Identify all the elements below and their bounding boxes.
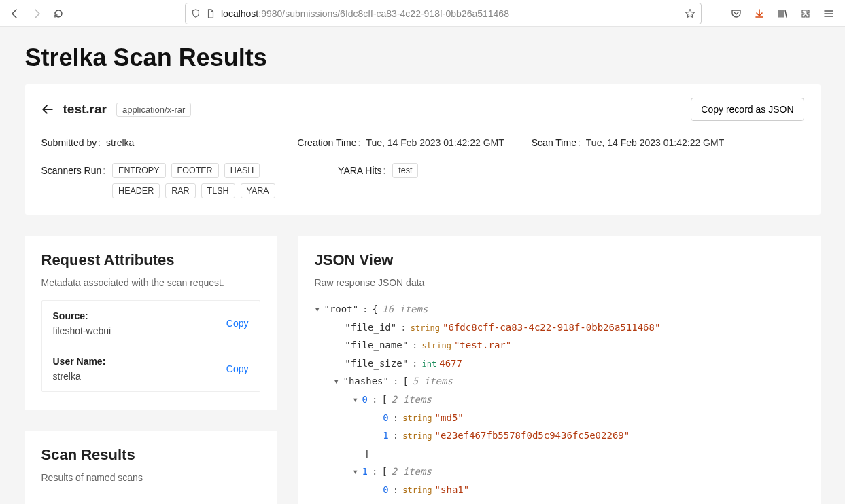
yara-hit-tag: test xyxy=(392,163,418,178)
creation-time-label: Creation Time xyxy=(297,137,360,148)
attribute-key: Source: xyxy=(53,310,111,321)
json-root[interactable]: ▾"root":{16 items xyxy=(315,300,804,319)
attribute-key: User Name: xyxy=(53,356,106,367)
scan-results-panel: Scan Results Results of named scans xyxy=(25,431,277,504)
reload-button[interactable] xyxy=(52,7,65,20)
scanner-tag: YARA xyxy=(241,183,275,198)
json-hash-1-0: 0:string"sha1" xyxy=(315,481,804,499)
copy-link[interactable]: Copy xyxy=(226,318,249,329)
mime-tag: application/x-rar xyxy=(116,103,192,117)
caret-down-icon[interactable]: ▾ xyxy=(353,463,360,481)
shield-icon xyxy=(191,9,201,18)
scanner-tag: HEADER xyxy=(112,183,160,198)
scanner-tag: ENTROPY xyxy=(112,163,165,178)
back-button[interactable] xyxy=(8,7,22,20)
attribute-value: strelka xyxy=(53,371,106,382)
json-view-panel: JSON View Raw response JSON data ▾"root"… xyxy=(298,236,821,504)
yara-hits-list: test xyxy=(392,163,418,178)
bookmark-star-icon[interactable] xyxy=(685,8,695,19)
json-hash-0-0: 0:string"md5" xyxy=(315,409,804,427)
json-file-name: "file_name":string"test.rar" xyxy=(315,336,804,355)
pocket-icon[interactable] xyxy=(731,8,742,19)
scan-time-label: Scan Time xyxy=(532,137,581,148)
caret-down-icon[interactable]: ▾ xyxy=(353,391,360,409)
attribute-value: fileshot-webui xyxy=(53,325,111,336)
json-hash-0-1: 1:string"e23ef467fb5578f0d5c9436fc5e0226… xyxy=(315,427,804,445)
json-hashes[interactable]: ▾"hashes":[5 items xyxy=(315,372,804,391)
yara-hits-label: YARA Hits xyxy=(338,163,385,176)
file-name: test.rar xyxy=(63,102,107,117)
creation-time-value: Tue, 14 Feb 2023 01:42:22 GMT xyxy=(366,137,504,148)
url-host: localhost xyxy=(221,8,258,19)
json-hash-1[interactable]: ▾1:[2 items xyxy=(315,463,804,481)
request-attributes-heading: Request Attributes xyxy=(41,251,260,269)
page-title: Strelka Scan Results xyxy=(25,27,821,84)
toolbar-right xyxy=(731,8,840,19)
page-icon xyxy=(206,9,215,18)
submitted-by-value: strelka xyxy=(106,137,134,148)
scan-results-heading: Scan Results xyxy=(41,446,260,464)
scan-results-subtitle: Results of named scans xyxy=(41,472,260,483)
nav-buttons xyxy=(5,7,68,20)
attribute-row: User Name:strelkaCopy xyxy=(42,346,260,391)
scanner-tag: FOOTER xyxy=(171,163,219,178)
scanner-tag: RAR xyxy=(165,183,195,198)
attribute-row: Source:fileshot-webuiCopy xyxy=(42,301,260,346)
menu-icon[interactable] xyxy=(823,8,834,19)
url-bar[interactable]: localhost:9980/submissions/6fdc8cff-ca83… xyxy=(185,3,702,24)
submitted-by-label: Submitted by xyxy=(41,137,101,148)
json-view-subtitle: Raw response JSON data xyxy=(315,277,804,288)
back-arrow-icon[interactable] xyxy=(41,103,54,115)
scan-time-field: Scan Time Tue, 14 Feb 2023 01:42:22 GMT xyxy=(532,137,724,148)
copy-record-button[interactable]: Copy record as JSON xyxy=(691,98,804,121)
json-file-size: "file_size":int4677 xyxy=(315,355,804,373)
caret-down-icon[interactable]: ▾ xyxy=(334,372,341,391)
creation-time-field: Creation Time Tue, 14 Feb 2023 01:42:22 … xyxy=(297,137,504,148)
download-icon[interactable] xyxy=(754,8,765,19)
url-rest: :9980/submissions/6fdc8cff-ca83-4c22-918… xyxy=(258,8,509,19)
scanners-list: ENTROPYFOOTERHASHHEADERRARTLSHYARA xyxy=(112,163,289,198)
json-hash-0-close: ] xyxy=(315,445,804,463)
forward-button[interactable] xyxy=(30,7,44,20)
json-file-id: "file_id":string"6fdc8cff-ca83-4c22-918f… xyxy=(315,319,804,337)
caret-down-icon[interactable]: ▾ xyxy=(315,300,322,319)
request-attributes-subtitle: Metadata associated with the scan reques… xyxy=(41,277,260,288)
scanner-tag: HASH xyxy=(224,163,260,178)
copy-link[interactable]: Copy xyxy=(226,363,249,374)
submitted-by-field: Submitted by strelka xyxy=(41,137,135,148)
page: Strelka Scan Results test.rar applicatio… xyxy=(0,27,845,504)
yara-hits-field: YARA Hits test xyxy=(338,163,418,178)
request-attributes-list: Source:fileshot-webuiCopyUser Name:strel… xyxy=(41,300,260,392)
scan-time-value: Tue, 14 Feb 2023 01:42:22 GMT xyxy=(586,137,724,148)
scanners-run-label: Scanners Run xyxy=(41,163,106,176)
request-attributes-panel: Request Attributes Metadata associated w… xyxy=(25,236,277,410)
json-tree: ▾"root":{16 items "file_id":string"6fdc8… xyxy=(315,300,804,499)
scanner-tag: TLSH xyxy=(201,183,235,198)
json-hash-0[interactable]: ▾0:[2 items xyxy=(315,391,804,409)
url-text: localhost:9980/submissions/6fdc8cff-ca83… xyxy=(221,8,679,19)
browser-chrome: localhost:9980/submissions/6fdc8cff-ca83… xyxy=(0,0,845,27)
summary-card: test.rar application/x-rar Copy record a… xyxy=(25,84,821,215)
library-icon[interactable] xyxy=(777,8,788,19)
json-view-heading: JSON View xyxy=(315,251,804,269)
scanners-run-field: Scanners Run ENTROPYFOOTERHASHHEADERRART… xyxy=(41,163,290,198)
extensions-icon[interactable] xyxy=(800,8,811,19)
